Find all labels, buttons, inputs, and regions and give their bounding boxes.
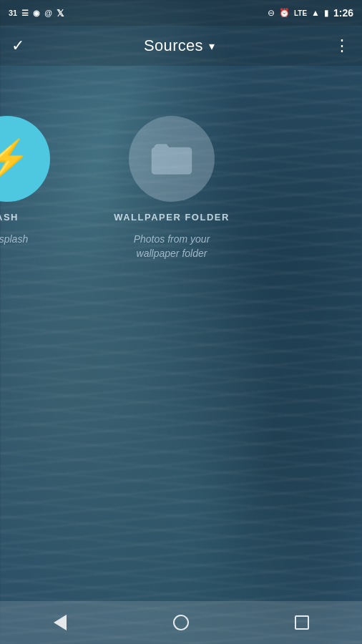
unsplash-subtitle: Unsplash [0,233,28,247]
back-button[interactable] [46,608,74,637]
wallpaper-folder-title: WALLPAPER FOLDER [114,212,230,223]
lightning-icon: ⚡ [0,140,31,177]
lte-icon: LTE [294,9,307,17]
signal-icon: ▲ [311,8,320,18]
home-button[interactable] [167,608,195,637]
navigation-bar [0,601,362,644]
mute-icon: ⊖ [268,8,275,18]
battery-icon: ▮ [324,8,329,18]
recents-icon [295,615,309,630]
back-icon [54,615,67,630]
status-bar: 31 ☰ ◉ @ 𝕏 ⊖ ⏰ LTE ▲ ▮ 1:26 [0,0,362,26]
action-bar: ✓ Sources ▾ ⋮ [0,26,362,66]
data-icon: ◉ [33,9,40,18]
status-right-icons: ⊖ ⏰ LTE ▲ ▮ 1:26 [268,7,353,19]
wallpaper-folder-icon-circle [129,116,215,202]
source-unsplash[interactable]: ⚡ ASH Unsplash [0,109,57,254]
main-content: ⚡ ASH Unsplash WALLPAPER FOLDER Photos f… [0,66,362,601]
time-display: 1:26 [333,7,353,19]
twitter-icon: 𝕏 [57,8,64,19]
home-icon [173,615,189,630]
page-title: Sources [144,36,203,55]
unsplash-title: ASH [0,212,19,223]
unsplash-icon-circle: ⚡ [0,116,50,202]
sources-list: ⚡ ASH Unsplash WALLPAPER FOLDER Photos f… [0,94,362,282]
source-wallpaper-folder[interactable]: WALLPAPER FOLDER Photos from yourwallpap… [100,109,243,268]
wallpaper-folder-subtitle: Photos from yourwallpaper folder [134,233,210,260]
title-dropdown-button[interactable]: Sources ▾ [144,36,215,55]
status-left-icons: 31 ☰ ◉ @ 𝕏 [9,8,64,19]
note-icon: ☰ [21,9,29,18]
folder-icon [150,141,193,177]
alarm-icon: ⏰ [279,8,290,18]
recents-button[interactable] [288,608,316,637]
overflow-menu-button[interactable]: ⋮ [334,36,351,55]
calendar-icon: 31 [9,9,17,17]
at-icon: @ [44,9,52,17]
check-button[interactable]: ✓ [11,36,24,55]
dropdown-arrow-icon: ▾ [209,39,215,53]
